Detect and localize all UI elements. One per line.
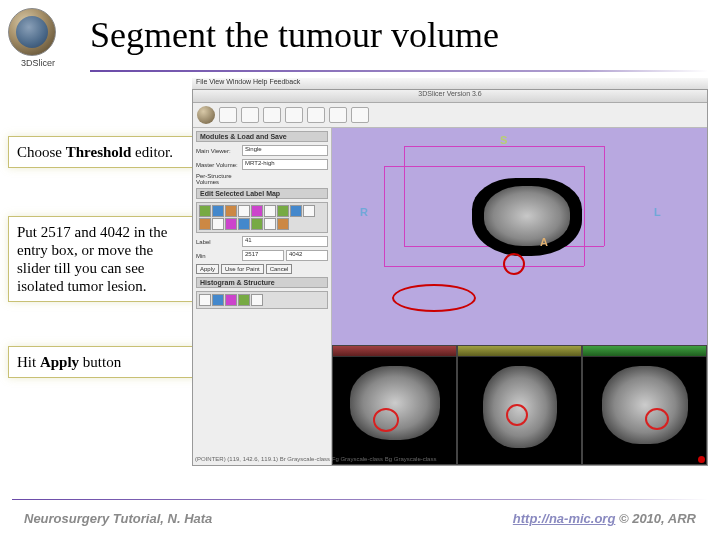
toolbar-button[interactable] — [241, 107, 259, 123]
label-value-field[interactable]: 41 — [242, 236, 328, 247]
color-swatch[interactable] — [199, 294, 211, 306]
editor-tool-icon[interactable] — [212, 205, 224, 217]
editor-tool-icon[interactable] — [264, 205, 276, 217]
edit-header: Edit Selected Label Map — [196, 188, 328, 199]
slide-title: Segment the tumour volume — [90, 14, 499, 56]
footer-link[interactable]: http://na-mic.org — [513, 511, 616, 526]
toolbar-button[interactable] — [263, 107, 281, 123]
use-for-paint-button[interactable]: Use for Paint — [221, 264, 264, 274]
brain-coronal-icon — [602, 366, 688, 444]
master-volume-label: Master Volume: — [196, 162, 240, 168]
editor-tool-icon[interactable] — [238, 218, 250, 230]
status-bar: (POINTER) (119, 142.6, 119.1) Br Graysca… — [195, 456, 705, 463]
instr1-b: Threshold — [66, 144, 132, 160]
app-toolbar — [193, 103, 707, 128]
axis-label-a: A — [540, 236, 548, 248]
logo-sphere-icon — [8, 8, 56, 56]
threshold-tool-icon[interactable] — [199, 218, 211, 230]
viewer-pane: S R L A — [332, 128, 707, 465]
cancel-button[interactable]: Cancel — [266, 264, 293, 274]
window-titlebar: 3DSlicer Version 3.6 — [193, 90, 707, 103]
toolbar-button[interactable] — [307, 107, 325, 123]
instr3-a: Hit — [17, 354, 40, 370]
axial-view[interactable] — [332, 345, 457, 465]
editor-tool-icon[interactable] — [225, 205, 237, 217]
panel-header: Modules & Load and Save — [196, 131, 328, 142]
color-swatch[interactable] — [238, 294, 250, 306]
instr3-c: button — [79, 354, 121, 370]
threshold-max-field[interactable]: 4042 — [286, 250, 328, 261]
instr3-b: Apply — [40, 354, 79, 370]
footer-copyright: © 2010, ARR — [615, 511, 696, 526]
footer-left: Neurosurgery Tutorial, N. Hata — [24, 511, 212, 526]
min-lbl: Min — [196, 253, 240, 259]
color-swatch[interactable] — [251, 294, 263, 306]
editor-tool-grid — [196, 202, 328, 233]
axis-label-r: R — [360, 206, 368, 218]
toolbar-button[interactable] — [219, 107, 237, 123]
sagittal-view[interactable] — [457, 345, 582, 465]
threshold-min-field[interactable]: 2517 — [242, 250, 284, 261]
instruction-step-1: Choose Threshold editor. — [8, 136, 198, 168]
toolbar-logo-icon — [197, 106, 215, 124]
axial-slider[interactable] — [333, 346, 456, 357]
ortho-views-row — [332, 345, 707, 465]
color-swatch[interactable] — [212, 294, 224, 306]
axis-label-s: S — [500, 134, 507, 146]
editor-tool-icon[interactable] — [212, 218, 224, 230]
apply-button[interactable]: Apply — [196, 264, 219, 274]
footer-rule — [12, 499, 708, 500]
label-lbl: Label — [196, 239, 240, 245]
instruction-step-3: Hit Apply button — [8, 346, 198, 378]
editor-tool-icon[interactable] — [251, 218, 263, 230]
sagittal-slider[interactable] — [458, 346, 581, 357]
editor-tool-icon[interactable] — [264, 218, 276, 230]
editor-tool-icon[interactable] — [225, 218, 237, 230]
instruction-step-2: Put 2517 and 4042 in the entry box, or m… — [8, 216, 198, 302]
editor-tool-icon[interactable] — [277, 205, 289, 217]
footer-right: http://na-mic.org © 2010, ARR — [513, 511, 696, 526]
lesion-outline-icon — [373, 408, 399, 432]
editor-tool-icon[interactable] — [199, 205, 211, 217]
axis-label-l: L — [654, 206, 661, 218]
toolbar-button[interactable] — [285, 107, 303, 123]
toolbar-button[interactable] — [329, 107, 347, 123]
left-panel: Modules & Load and Save Main Viewer: Sin… — [193, 128, 332, 465]
3d-view[interactable]: S R L A — [332, 128, 707, 345]
instr1-c: editor. — [131, 144, 173, 160]
color-swatch[interactable] — [225, 294, 237, 306]
main-viewer-field[interactable]: Single — [242, 145, 328, 156]
instr1-a: Choose — [17, 144, 66, 160]
master-volume-field[interactable]: MRT2-high — [242, 159, 328, 170]
histogram-header: Histogram & Structure — [196, 277, 328, 288]
main-viewer-label: Main Viewer: — [196, 148, 240, 154]
editor-tool-icon[interactable] — [277, 218, 289, 230]
bounding-cube — [384, 146, 624, 286]
status-text: (POINTER) (119, 142.6, 119.1) Br Graysca… — [195, 456, 436, 463]
merge-label: Per-Structure Volumes — [196, 173, 240, 185]
logo-text: 3DSlicer — [8, 58, 68, 68]
coronal-slider[interactable] — [583, 346, 706, 357]
screenshot-region: File View Window Help Feedback 3DSlicer … — [192, 78, 708, 466]
lesion-outline-icon — [645, 408, 669, 430]
status-dot-icon — [698, 456, 705, 463]
editor-tool-icon[interactable] — [290, 205, 302, 217]
toolbar-button[interactable] — [351, 107, 369, 123]
lesion-outline-icon — [506, 404, 528, 426]
title-underline — [90, 70, 708, 72]
brain-slice-icon — [472, 178, 582, 256]
editor-tool-icon[interactable] — [303, 205, 315, 217]
editor-tool-icon[interactable] — [251, 205, 263, 217]
editor-tool-icon[interactable] — [238, 205, 250, 217]
slicer-logo: 3DSlicer — [8, 8, 68, 68]
slicer-window: 3DSlicer Version 3.6 Modules & Load and … — [192, 89, 708, 466]
coronal-view[interactable] — [582, 345, 707, 465]
histogram-swatches — [196, 291, 328, 309]
